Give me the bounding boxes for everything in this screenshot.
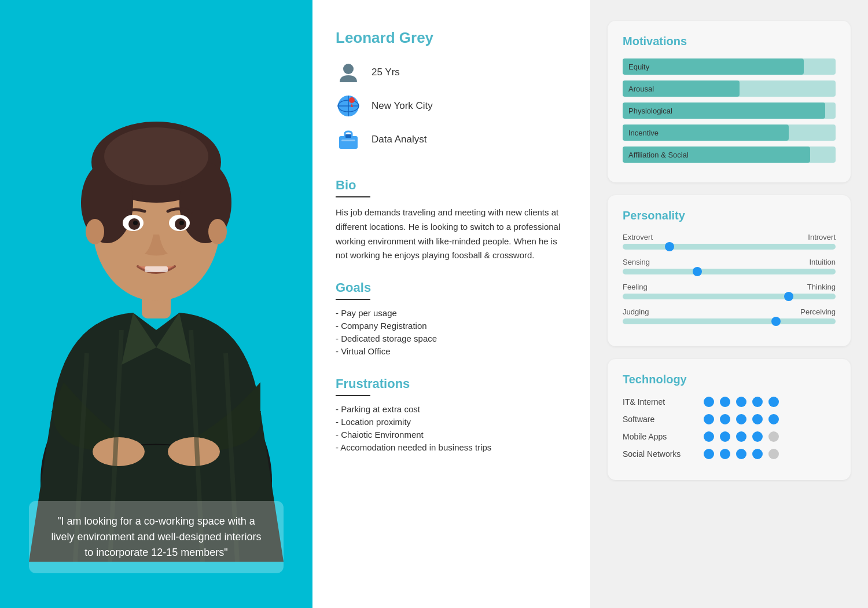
goals-title: Goals bbox=[336, 280, 567, 295]
svg-point-8 bbox=[208, 219, 227, 244]
personality-track bbox=[623, 294, 836, 299]
tech-dot bbox=[768, 431, 779, 442]
motivation-label: Affiliation & Social bbox=[628, 151, 689, 159]
tech-dot bbox=[752, 397, 763, 407]
technology-card: Technology IT& Internet Software Mobile … bbox=[608, 359, 851, 480]
motivations-bars: Equity Arousal Physiological Incentive A… bbox=[623, 58, 836, 163]
personality-card: Personality Extrovert Introvert Sensing … bbox=[608, 195, 851, 346]
tech-dot bbox=[752, 431, 763, 442]
tech-dot bbox=[704, 414, 714, 424]
tech-dots bbox=[704, 431, 779, 442]
personality-right-label: Intuition bbox=[809, 258, 836, 266]
job-icon bbox=[336, 127, 361, 152]
personality-trait-row: Judging Perceiving bbox=[623, 307, 836, 324]
svg-rect-28 bbox=[339, 136, 358, 149]
frustrations-title: Frustrations bbox=[336, 376, 567, 391]
motivation-bar-row: Affiliation & Social bbox=[623, 146, 836, 163]
tech-dot bbox=[720, 449, 730, 459]
svg-point-6 bbox=[104, 127, 208, 185]
bio-text: His job demands traveling and meeting wi… bbox=[336, 206, 567, 263]
personality-thumb bbox=[693, 267, 702, 276]
personality-track bbox=[623, 244, 836, 250]
motivation-bar-row: Physiological bbox=[623, 102, 836, 119]
motivations-card: Motivations Equity Arousal Physiological… bbox=[608, 21, 851, 182]
svg-point-16 bbox=[93, 437, 145, 466]
job-value: Data Analyst bbox=[372, 134, 426, 145]
personality-trait-row: Feeling Thinking bbox=[623, 283, 836, 299]
personality-trait-row: Sensing Intuition bbox=[623, 258, 836, 274]
age-row: 25 Yrs bbox=[336, 60, 567, 85]
tech-dot bbox=[736, 414, 746, 424]
technology-rows: IT& Internet Software Mobile Apps Social… bbox=[623, 397, 836, 459]
goals-divider bbox=[336, 299, 370, 300]
frustrations-divider bbox=[336, 395, 370, 396]
goal-2: - Company Registration bbox=[336, 321, 567, 331]
personality-left-label: Sensing bbox=[623, 258, 650, 266]
motivation-label: Physiological bbox=[628, 107, 672, 115]
motivations-title: Motivations bbox=[623, 35, 836, 48]
location-row: New York City bbox=[336, 93, 567, 119]
tech-dot bbox=[736, 397, 746, 407]
bio-divider bbox=[336, 196, 370, 197]
frustration-2: - Location proximity bbox=[336, 417, 567, 427]
right-panel: Motivations Equity Arousal Physiological… bbox=[590, 0, 868, 608]
frustration-3: - Chaiotic Environment bbox=[336, 430, 567, 439]
personality-left-label: Feeling bbox=[623, 283, 648, 291]
svg-rect-29 bbox=[345, 134, 351, 138]
personality-left-label: Extrovert bbox=[623, 233, 653, 241]
quote-text: "I am looking for a co-working space wit… bbox=[51, 515, 261, 558]
personality-thumb bbox=[771, 317, 781, 326]
tech-dots bbox=[704, 414, 779, 424]
tech-dot bbox=[720, 431, 730, 442]
personality-trait-row: Extrovert Introvert bbox=[623, 233, 836, 250]
tech-dot bbox=[736, 431, 746, 442]
bio-title: Bio bbox=[336, 178, 567, 193]
tech-dot bbox=[720, 414, 730, 424]
location-icon bbox=[336, 93, 361, 119]
tech-row: Social Networks bbox=[623, 449, 836, 459]
tech-dots bbox=[704, 397, 779, 407]
tech-dot bbox=[752, 449, 763, 459]
tech-dot bbox=[704, 397, 714, 407]
motivation-bar-row: Arousal bbox=[623, 80, 836, 97]
tech-dot bbox=[752, 414, 763, 424]
svg-point-7 bbox=[86, 219, 104, 244]
personality-track bbox=[623, 318, 836, 324]
tech-dot bbox=[720, 397, 730, 407]
svg-rect-15 bbox=[145, 266, 168, 272]
tech-label: IT& Internet bbox=[623, 397, 704, 406]
tech-label: Software bbox=[623, 415, 704, 424]
tech-dot bbox=[704, 431, 714, 442]
motivation-label: Equity bbox=[628, 63, 649, 71]
tech-dot bbox=[704, 449, 714, 459]
personality-track bbox=[623, 269, 836, 274]
motivation-label: Incentive bbox=[628, 129, 659, 137]
personality-title: Personality bbox=[623, 209, 836, 222]
svg-point-14 bbox=[179, 221, 184, 225]
svg-point-13 bbox=[133, 221, 138, 225]
tech-dot bbox=[768, 397, 779, 407]
left-panel: "I am looking for a co-working space wit… bbox=[0, 0, 312, 608]
tech-row: Software bbox=[623, 414, 836, 424]
motivation-bar-row: Equity bbox=[623, 58, 836, 75]
age-value: 25 Yrs bbox=[372, 67, 400, 78]
frustration-4: - Accomodation needed in business trips bbox=[336, 442, 567, 452]
svg-point-22 bbox=[343, 64, 354, 74]
tech-row: IT& Internet bbox=[623, 397, 836, 407]
profile-name: Leonard Grey bbox=[336, 29, 567, 47]
tech-dots bbox=[704, 449, 779, 459]
tech-row: Mobile Apps bbox=[623, 431, 836, 442]
job-row: Data Analyst bbox=[336, 127, 567, 152]
goals-list: - Pay per usage - Company Registration -… bbox=[336, 308, 567, 359]
svg-point-17 bbox=[168, 437, 220, 466]
goal-4: - Virtual Office bbox=[336, 346, 567, 356]
personality-traits: Extrovert Introvert Sensing Intuition Fe… bbox=[623, 233, 836, 324]
personality-right-label: Introvert bbox=[808, 233, 836, 241]
age-icon bbox=[336, 60, 361, 85]
personality-thumb bbox=[784, 292, 793, 301]
middle-panel: Leonard Grey 25 Yrs New York City bbox=[312, 0, 590, 608]
tech-label: Mobile Apps bbox=[623, 432, 704, 441]
tech-dot bbox=[768, 449, 779, 459]
svg-point-27 bbox=[349, 97, 355, 103]
motivation-bar-row: Incentive bbox=[623, 124, 836, 141]
